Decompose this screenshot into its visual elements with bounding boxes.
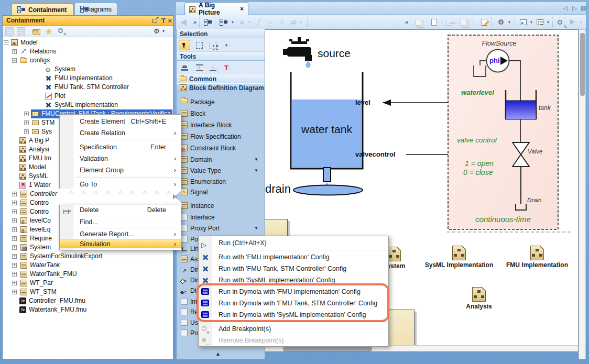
tree-row-system[interactable]: System xyxy=(3,65,172,74)
tab-list-icon[interactable]: ▤ xyxy=(581,5,586,12)
expand-toggle-icon[interactable]: + xyxy=(12,272,17,277)
open-diagram-icon[interactable] xyxy=(32,27,41,36)
search-diagram-icon[interactable] xyxy=(554,17,565,27)
align-bottom-icon[interactable]: ↓ xyxy=(207,62,219,73)
menu-item-run-with-fmu-implementation-config[interactable]: Run with 'FMU implementation' Config xyxy=(199,251,388,263)
expand-toggle-icon[interactable]: + xyxy=(24,129,29,134)
palette-item-signal[interactable]: Signal xyxy=(177,187,265,197)
search-icon[interactable] xyxy=(58,27,67,36)
float-panel-icon[interactable] xyxy=(152,19,157,23)
diagram-shortcut-fmu-implementation[interactable] xyxy=(530,246,544,260)
tree-row-systemforsimulinkexport[interactable]: +SystemForSimulinkExport xyxy=(3,252,172,261)
palette-scroll-up-icon[interactable]: ▲ xyxy=(215,351,221,357)
menu-item-run-with-sysml-implementation-config[interactable]: Run with 'SysML implementation' Config xyxy=(199,274,388,286)
panel-options-caret-icon[interactable]: ▾ xyxy=(162,27,171,36)
overflow-chevron-icon[interactable]: » xyxy=(190,17,200,27)
tree-row-watertank-fmu-fmu[interactable]: Watertank_FMU.fmu xyxy=(3,305,172,314)
expand-toggle-icon[interactable]: + xyxy=(12,281,17,285)
close-tab-icon[interactable]: × xyxy=(240,5,244,13)
vertical-scrollbar[interactable] xyxy=(579,29,586,359)
menu-item-specification[interactable]: SpecificationEnter xyxy=(60,141,181,153)
menu-item-run-with-fmu-tank-stm-controller-config[interactable]: Run with 'FMU Tank, STM Controller' Conf… xyxy=(199,263,388,274)
menu-item-find[interactable]: Find... xyxy=(60,217,181,227)
tree-row-wt-par[interactable]: +WT_Par xyxy=(3,279,172,288)
horizontal-scroll-thumb[interactable] xyxy=(283,347,372,351)
tab-a-big-picture[interactable]: A Big Picture × xyxy=(184,2,248,15)
paste-icon[interactable] xyxy=(429,17,439,27)
selection-caret-icon[interactable]: ▾ xyxy=(221,40,232,50)
stamp-tool-icon[interactable] xyxy=(179,62,190,73)
menu-item-run-in-dymola-with-fmu-implementation-config[interactable]: Run in Dymola with 'FMU implementation' … xyxy=(199,286,388,297)
prev-tab-icon[interactable]: ◁ xyxy=(563,5,567,12)
palette-item-value-type[interactable]: Value Type▼ xyxy=(177,166,265,175)
expand-toggle-icon[interactable]: + xyxy=(24,112,29,116)
palette-item-interface[interactable]: Interface xyxy=(177,213,265,222)
palette-header-common[interactable]: Common xyxy=(177,74,265,83)
expand-toggle-icon[interactable]: + xyxy=(12,49,17,54)
expand-toggle-icon[interactable]: + xyxy=(12,236,17,241)
select-cursor-icon[interactable] xyxy=(179,40,190,50)
palette-header-tools[interactable]: Tools xyxy=(177,52,265,61)
expand-toggle-icon[interactable]: + xyxy=(12,201,17,205)
expand-toggle-icon[interactable]: − xyxy=(4,40,8,45)
tree-row-sysml-implementation[interactable]: SysML implementation xyxy=(3,101,172,109)
palette-caret-icon[interactable]: ▼ xyxy=(254,166,258,175)
diagram-shortcut-sysml-implementation[interactable] xyxy=(452,246,466,260)
menu-item-run-in-dymola-with-sysml-implementation-config[interactable]: Run in Dymola with 'SysML implementation… xyxy=(199,309,388,321)
menu-item-add-breakpoint-s[interactable]: Add Breakpoint(s) xyxy=(199,323,388,335)
expand-toggle-icon[interactable]: − xyxy=(12,58,17,63)
expand-toggle-icon[interactable]: + xyxy=(12,209,17,214)
expand-toggle-icon[interactable]: + xyxy=(12,192,17,196)
expand-toggle-icon[interactable]: + xyxy=(12,263,17,268)
tree-row-watertank-fmu[interactable]: +WaterTank_FMU xyxy=(3,270,172,279)
menu-item-validation[interactable]: Validation› xyxy=(60,153,181,164)
palette-caret-icon[interactable]: ▼ xyxy=(254,224,258,233)
marquee-select-icon[interactable] xyxy=(193,40,205,50)
menu-item-delete[interactable]: DeleteDelete xyxy=(60,205,181,215)
expand-toggle-icon[interactable]: + xyxy=(12,290,17,294)
menu-item-go-to[interactable]: Go To› xyxy=(60,179,181,190)
diagram-shortcut-analysis[interactable] xyxy=(472,287,486,302)
menu-item-run-ctrl-alt-x[interactable]: Run (Ctrl+Alt+X) xyxy=(199,237,388,249)
containment-toolbar-icon[interactable] xyxy=(202,17,213,27)
expand-toggle-icon[interactable]: + xyxy=(12,227,17,232)
panel-options-gear-icon[interactable]: ⚙ xyxy=(154,27,162,36)
palette-item-package[interactable]: Package xyxy=(177,97,265,107)
multi-select-icon[interactable] xyxy=(207,40,219,50)
tree-row-wt-stm[interactable]: +WT_STM xyxy=(3,288,172,296)
hierarchy-icon[interactable] xyxy=(218,17,228,27)
palette-item-enumeration[interactable]: Enumeration xyxy=(177,177,265,186)
menu-item-create-element[interactable]: Create ElementCtrl+Shift+E xyxy=(60,116,181,127)
menu-item-create-relation[interactable]: Create Relation› xyxy=(60,127,181,139)
menu-item-run-in-dymola-with-fmu-tank-stm-controller-config[interactable]: Run in Dymola with 'FMU Tank, STM Contro… xyxy=(199,297,388,309)
vertical-scroll-thumb[interactable] xyxy=(580,33,585,96)
palette-header-selection[interactable]: Selection xyxy=(177,29,265,38)
palette-item-proxy-port[interactable]: Proxy Port▼ xyxy=(177,224,265,233)
expand-toggle-icon[interactable]: + xyxy=(12,254,17,259)
edit-diagram-icon[interactable] xyxy=(479,17,489,27)
palette-caret-icon[interactable]: ▼ xyxy=(254,155,258,164)
tree-row-watertank[interactable]: +WaterTank xyxy=(3,261,172,270)
menu-item-generate-report[interactable]: Generate Report...› xyxy=(60,229,181,239)
palette-item-domain[interactable]: Domain▼ xyxy=(177,155,265,164)
expand-toggle-icon[interactable]: + xyxy=(12,218,17,223)
close-panel-icon[interactable]: × xyxy=(166,17,173,24)
palette-item-interface-block[interactable]: Interface Block xyxy=(177,120,265,130)
tree-row-fmu-tank-stm-controller[interactable]: FMU Tank, STM Controller xyxy=(3,83,172,92)
tree-row-plot[interactable]: Plot xyxy=(3,92,172,101)
text-tool-icon[interactable]: T xyxy=(221,62,232,73)
tree-row-controller-fmu-fmu[interactable]: Controller_FMU.fmu xyxy=(3,296,172,305)
expand-toggle-icon[interactable]: + xyxy=(24,120,29,125)
diagram-shortcut-system[interactable] xyxy=(387,247,401,261)
tab-containment[interactable]: Containment xyxy=(12,3,73,15)
hierarchy-caret-icon[interactable]: ▾ xyxy=(227,17,238,27)
legend-caret-icon[interactable]: ▾ xyxy=(543,17,553,27)
next-tab-icon[interactable]: ▷ xyxy=(572,5,576,12)
palette-header-bdd[interactable]: Block Definition Diagram xyxy=(177,83,265,92)
favorites-star-icon[interactable]: ★ xyxy=(46,27,54,36)
tree-row-model[interactable]: −Model xyxy=(3,38,172,47)
overflow-chevron2-icon[interactable]: » xyxy=(401,17,412,27)
tree-row-fmu-implementation[interactable]: FMU implementation xyxy=(3,74,172,83)
tab-diagrams[interactable]: Diagrams xyxy=(74,3,117,15)
palette-item-flow-specification[interactable]: Flow Specification xyxy=(177,132,265,141)
